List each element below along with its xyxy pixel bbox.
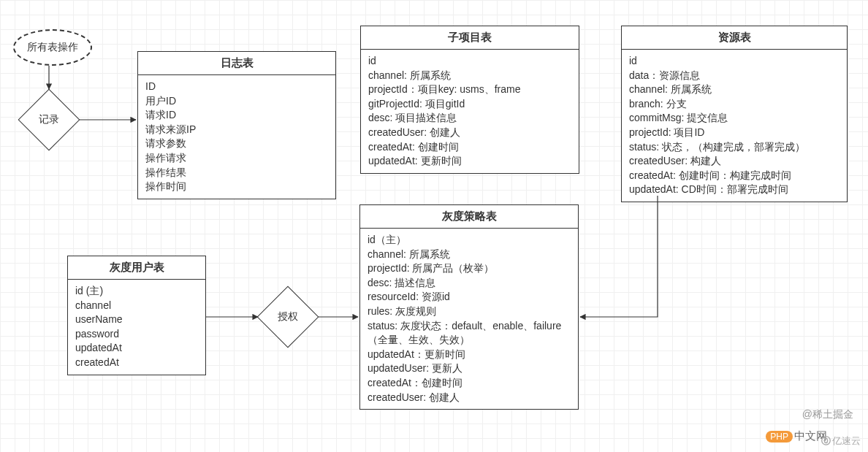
- resource-table-body: id data：资源信息 channel: 所属系统 branch: 分支 co…: [622, 50, 847, 202]
- graystrat-field: updatedUser: 更新人: [368, 361, 571, 376]
- resource-field: data：资源信息: [629, 69, 840, 83]
- gray-user-table: 灰度用户表 id (主) channel userName password u…: [67, 256, 206, 375]
- resource-field: updatedAt: CD时间：部署完成时间: [629, 183, 840, 197]
- resource-field: branch: 分支: [629, 97, 840, 112]
- record-decision: 记录: [18, 89, 80, 150]
- resource-field: commitMsg: 提交信息: [629, 111, 840, 126]
- gray-user-table-body: id (主) channel userName password updated…: [68, 280, 205, 375]
- sub-project-table-body: id channel: 所属系统 projectId：项目key: usms、f…: [361, 50, 579, 173]
- gray-strategy-table-body: id（主） channel: 所属系统 projectId: 所属产品（枚举） …: [360, 229, 578, 409]
- log-field: 请求参数: [145, 137, 328, 151]
- log-field: 操作时间: [145, 180, 328, 194]
- log-field: 请求ID: [145, 108, 328, 123]
- record-label: 记录: [18, 89, 80, 150]
- subproj-field: id: [368, 54, 571, 69]
- resource-field: projectId: 项目ID: [629, 126, 840, 140]
- subproj-field: gitProjectId: 项目gitId: [368, 97, 571, 112]
- subproj-field: desc: 项目描述信息: [368, 111, 571, 126]
- log-table-body: ID 用户ID 请求ID 请求来源IP 请求参数 操作请求 操作结果 操作时间: [138, 75, 335, 199]
- grayuser-field: id (主): [75, 284, 198, 299]
- log-table: 日志表 ID 用户ID 请求ID 请求来源IP 请求参数 操作请求 操作结果 操…: [137, 51, 336, 199]
- graystrat-field: createdUser: 创建人: [368, 391, 571, 405]
- yisu-icon: ⓪: [821, 435, 831, 446]
- resource-field: channel: 所属系统: [629, 83, 840, 97]
- yisu-text: 亿速云: [832, 435, 861, 446]
- subproj-field: projectId：项目key: usms、frame: [368, 83, 571, 97]
- gray-strategy-table-title: 灰度策略表: [360, 205, 578, 229]
- resource-table: 资源表 id data：资源信息 channel: 所属系统 branch: 分…: [621, 26, 848, 202]
- graystrat-field: resourceId: 资源id: [368, 290, 571, 304]
- resource-field: createdUser: 构建人: [629, 154, 840, 169]
- log-table-title: 日志表: [138, 52, 335, 75]
- log-field: 操作请求: [145, 151, 328, 166]
- grayuser-field: password: [75, 327, 198, 342]
- graystrat-field: rules: 灰度规则: [368, 304, 571, 319]
- grayuser-field: updatedAt: [75, 341, 198, 356]
- grayuser-field: channel: [75, 299, 198, 313]
- subproj-field: updatedAt: 更新时间: [368, 154, 571, 169]
- resource-field: createdAt: 创建时间：构建完成时间: [629, 169, 840, 183]
- subproj-field: createdAt: 创建时间: [368, 140, 571, 155]
- auth-label: 授权: [257, 286, 319, 348]
- log-field: 操作结果: [145, 166, 328, 180]
- grayuser-field: createdAt: [75, 356, 198, 370]
- start-node: 所有表操作: [13, 29, 92, 66]
- subproj-field: createdUser: 创建人: [368, 126, 571, 140]
- resource-table-title: 资源表: [622, 26, 847, 50]
- graystrat-field: updatedAt：更新时间: [368, 348, 571, 362]
- gray-user-table-title: 灰度用户表: [68, 256, 205, 280]
- graystrat-field: desc: 描述信息: [368, 276, 571, 291]
- auth-decision: 授权: [257, 286, 319, 348]
- log-field: 用户ID: [145, 94, 328, 109]
- sub-project-table-title: 子项目表: [361, 26, 579, 50]
- php-badge-icon: PHP: [766, 431, 793, 443]
- subproj-field: channel: 所属系统: [368, 69, 571, 83]
- graystrat-field: channel: 所属系统: [368, 248, 571, 262]
- grayuser-field: userName: [75, 313, 198, 327]
- graystrat-field: id（主）: [368, 233, 571, 248]
- watermark-xitu: @稀土掘金: [802, 408, 853, 421]
- gray-strategy-table: 灰度策略表 id（主） channel: 所属系统 projectId: 所属产…: [359, 204, 579, 410]
- resource-field: status: 状态，（构建完成，部署完成）: [629, 140, 840, 155]
- resource-field: id: [629, 54, 840, 69]
- graystrat-field: createdAt：创建时间: [368, 376, 571, 391]
- start-node-label: 所有表操作: [27, 41, 78, 54]
- graystrat-field: projectId: 所属产品（枚举）: [368, 261, 571, 276]
- graystrat-field: status: 灰度状态：default、enable、failure（全量、生…: [368, 319, 571, 348]
- watermark-php: PHP中文网: [766, 429, 827, 443]
- log-field: 请求来源IP: [145, 123, 328, 137]
- watermark-yisu: ⓪亿速云: [821, 434, 861, 448]
- sub-project-table: 子项目表 id channel: 所属系统 projectId：项目key: u…: [360, 26, 579, 174]
- log-field: ID: [145, 80, 328, 94]
